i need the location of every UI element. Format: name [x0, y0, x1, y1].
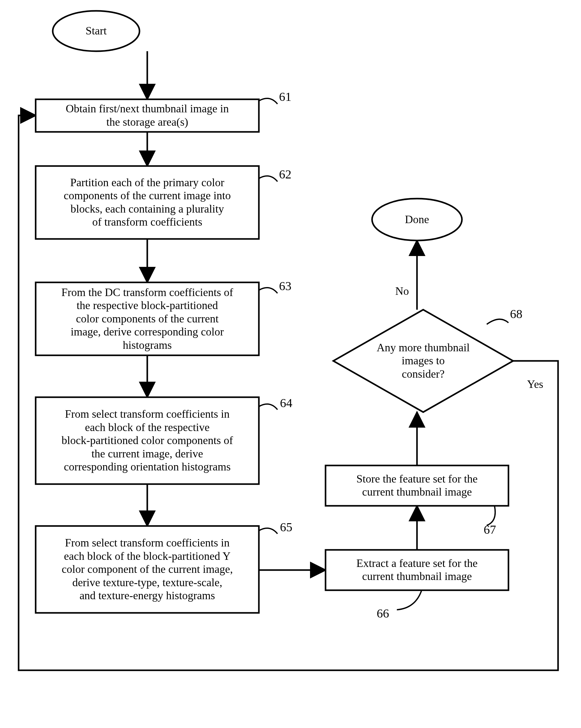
done-terminator: Done [372, 199, 462, 240]
ref-hook-66 [397, 590, 422, 610]
node-text: Start [86, 25, 107, 37]
ref-num-65: 65 [280, 520, 293, 534]
ref-num-62: 62 [279, 167, 292, 181]
ref-num-67: 67 [483, 523, 496, 537]
ref-hook-65 [259, 528, 277, 534]
node-text: From select transform coefficients ineac… [62, 408, 233, 473]
ref-hook-61 [259, 98, 277, 104]
ref-hook-63 [259, 288, 277, 293]
edge-68-yes-label: Yes [527, 378, 543, 390]
node-text: Done [405, 213, 429, 226]
step-67: Store the feature set for thecurrent thu… [326, 466, 508, 506]
start-terminator: Start [53, 11, 140, 51]
node-text: From select transform coefficients ineac… [62, 537, 233, 602]
step-66: Extract a feature set for thecurrent thu… [326, 550, 508, 590]
step-62: Partition each of the primary colorcompo… [36, 166, 259, 239]
ref-num-68: 68 [510, 307, 522, 321]
ref-hook-64 [259, 404, 277, 410]
ref-num-64: 64 [280, 396, 293, 410]
ref-hook-62 [259, 176, 277, 182]
decision-68: Any more thumbnailimages toconsider? [333, 310, 513, 412]
edge-68-no-label: No [395, 285, 409, 297]
ref-hook-68 [487, 319, 508, 324]
flowchart-canvas: StartObtain first/next thumbnail image i… [0, 0, 581, 728]
step-61: Obtain first/next thumbnail image inthe … [36, 99, 259, 132]
step-65: From select transform coefficients ineac… [36, 526, 259, 613]
step-64: From select transform coefficients ineac… [36, 397, 259, 484]
step-63: From the DC transform coefficients ofthe… [36, 282, 259, 355]
ref-num-61: 61 [279, 90, 292, 104]
ref-num-66: 66 [377, 606, 389, 620]
ref-num-63: 63 [279, 279, 292, 293]
